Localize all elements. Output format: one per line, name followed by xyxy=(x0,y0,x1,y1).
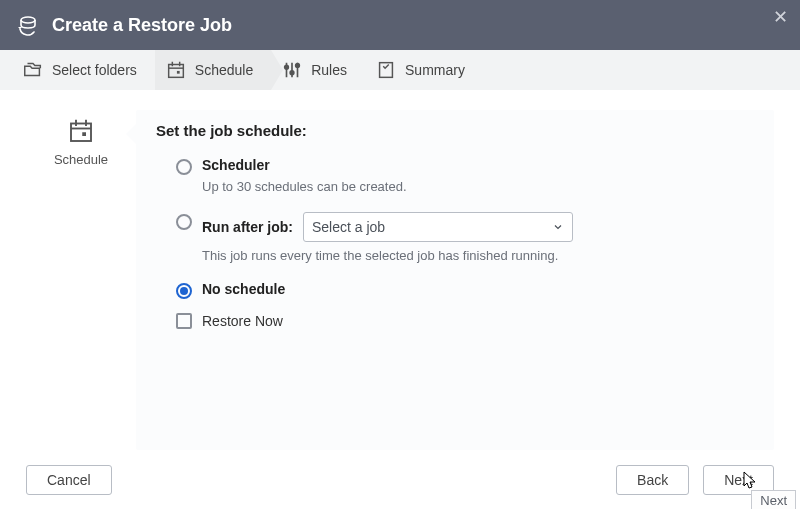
dialog-footer: Cancel Back Next xyxy=(0,465,800,495)
dialog-header: Create a Restore Job ✕ xyxy=(0,0,800,50)
step-label: Summary xyxy=(405,62,465,78)
cancel-button[interactable]: Cancel xyxy=(26,465,112,495)
step-schedule[interactable]: Schedule xyxy=(155,50,271,90)
option-label: No schedule xyxy=(202,281,754,297)
option-no-schedule[interactable]: No schedule xyxy=(156,281,754,299)
restore-icon xyxy=(16,13,40,37)
sliders-icon xyxy=(281,59,303,81)
svg-point-5 xyxy=(296,64,300,68)
calendar-icon xyxy=(66,116,96,146)
dialog-body: Schedule Set the job schedule: Scheduler… xyxy=(0,90,800,450)
close-icon[interactable]: ✕ xyxy=(773,8,788,26)
svg-rect-8 xyxy=(82,132,86,136)
option-label: Scheduler xyxy=(202,157,754,173)
svg-point-3 xyxy=(285,65,289,69)
sidebar-label: Schedule xyxy=(26,152,136,167)
panel-title: Set the job schedule: xyxy=(156,122,754,139)
option-scheduler[interactable]: Scheduler Up to 30 schedules can be crea… xyxy=(156,157,754,194)
summary-icon xyxy=(375,59,397,81)
step-summary[interactable]: Summary xyxy=(365,50,483,90)
step-sidebar: Schedule xyxy=(26,110,136,450)
svg-point-4 xyxy=(290,71,294,75)
step-label: Rules xyxy=(311,62,347,78)
option-label: Run after job: xyxy=(202,219,293,235)
checkbox-label: Restore Now xyxy=(202,313,283,329)
step-rules[interactable]: Rules xyxy=(271,50,365,90)
radio-scheduler[interactable] xyxy=(176,159,192,175)
step-label: Select folders xyxy=(52,62,137,78)
calendar-icon xyxy=(165,59,187,81)
wizard-stepper: Select folders Schedule Rules Summary xyxy=(0,50,800,90)
select-placeholder: Select a job xyxy=(312,219,385,235)
svg-point-0 xyxy=(21,17,35,23)
step-select-folders[interactable]: Select folders xyxy=(12,50,155,90)
next-tooltip: Next xyxy=(751,490,796,509)
svg-rect-7 xyxy=(71,124,91,142)
svg-rect-2 xyxy=(177,71,180,74)
schedule-panel: Set the job schedule: Scheduler Up to 30… xyxy=(136,110,774,450)
job-select[interactable]: Select a job xyxy=(303,212,573,242)
radio-no-schedule[interactable] xyxy=(176,283,192,299)
restore-now-row[interactable]: Restore Now xyxy=(156,313,754,329)
svg-rect-1 xyxy=(168,65,183,78)
svg-rect-6 xyxy=(380,63,393,78)
step-label: Schedule xyxy=(195,62,253,78)
chevron-down-icon xyxy=(552,221,564,233)
restore-now-checkbox[interactable] xyxy=(176,313,192,329)
radio-run-after[interactable] xyxy=(176,214,192,230)
dialog-title: Create a Restore Job xyxy=(52,15,232,36)
folders-icon xyxy=(22,59,44,81)
option-description: This job runs every time the selected jo… xyxy=(202,248,754,263)
back-button[interactable]: Back xyxy=(616,465,689,495)
option-run-after[interactable]: Run after job: Select a job This job run… xyxy=(156,212,754,263)
option-description: Up to 30 schedules can be created. xyxy=(202,179,754,194)
